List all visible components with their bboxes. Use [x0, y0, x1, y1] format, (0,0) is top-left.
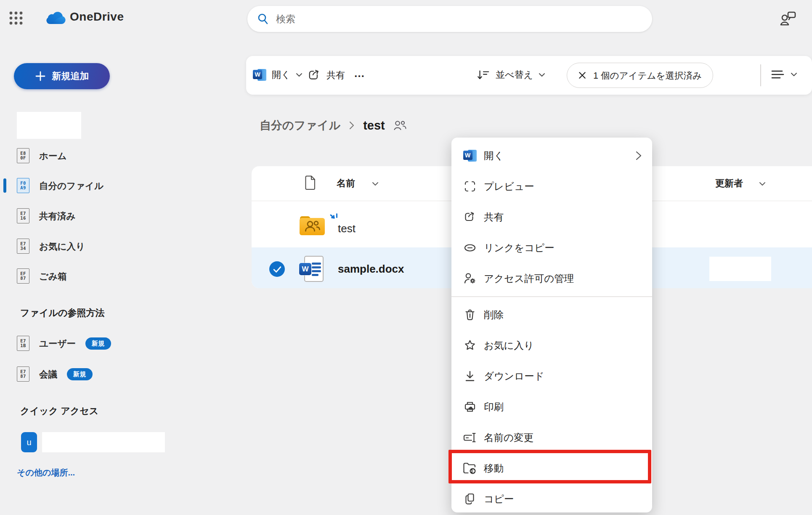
- menu-item-favorite[interactable]: お気に入り: [451, 330, 652, 361]
- sidebar-item-home[interactable]: E80F ホーム: [17, 147, 156, 164]
- my-files-glyph-icon: F0A9: [17, 178, 29, 193]
- chevron-down-icon: [372, 181, 379, 186]
- shared-folder-icon: [299, 215, 325, 236]
- more-places-link[interactable]: その他の場所...: [17, 467, 75, 478]
- sort-icon: [477, 69, 490, 81]
- word-icon: W: [463, 149, 477, 163]
- preview-icon: [463, 179, 477, 194]
- redacted-modified-by: [709, 257, 771, 281]
- word-icon: W: [253, 69, 267, 81]
- sort-button[interactable]: 並べ替え: [477, 69, 545, 81]
- word-document-icon: W: [299, 256, 325, 284]
- menu-item-copy-link[interactable]: リンクをコピー: [451, 232, 652, 263]
- person-feedback-icon: [778, 8, 799, 29]
- open-button[interactable]: W 開く: [253, 69, 303, 81]
- new-badge: 新規: [67, 368, 93, 380]
- shared-people-icon: [393, 120, 407, 131]
- share-label: 共有: [326, 69, 345, 82]
- add-new-button[interactable]: 新規追加: [14, 63, 110, 89]
- command-toolbar: W 開く 共有 … 並べ替: [246, 56, 812, 95]
- document-column-icon: [305, 175, 316, 190]
- search-placeholder: 検索: [276, 13, 295, 26]
- app-launcher-button[interactable]: [8, 10, 24, 26]
- quick-access-site-tile[interactable]: u: [21, 432, 37, 452]
- nav-selection-indicator: [3, 178, 6, 193]
- search-icon: [257, 13, 269, 25]
- move-to-folder-icon: [463, 461, 477, 475]
- sidebar-item-label: 会議: [39, 368, 57, 380]
- shared-glyph-icon: E716: [17, 208, 29, 223]
- share-icon: [308, 69, 321, 82]
- sort-label: 並べ替え: [496, 69, 533, 81]
- manage-access-icon: [463, 271, 477, 286]
- sidebar-item-label: お気に入り: [39, 240, 85, 252]
- sidebar-item-label: ごみ箱: [39, 270, 67, 282]
- sidebar-item-meetings[interactable]: E787 会議 新規: [17, 366, 156, 382]
- onedrive-cloud-icon: [45, 11, 66, 26]
- sidebar-item-label: 共有済み: [39, 210, 76, 222]
- menu-item-copy[interactable]: コピー: [451, 484, 652, 515]
- breadcrumb-chevron-icon: [349, 121, 355, 130]
- menu-item-open[interactable]: W 開く: [451, 140, 652, 171]
- column-header-name[interactable]: 名前: [337, 177, 355, 190]
- breadcrumb: 自分のファイル test: [260, 118, 407, 133]
- onedrive-logo: [45, 11, 66, 26]
- sidebar-item-label: 自分のファイル: [39, 180, 103, 192]
- app-title: OneDrive: [70, 10, 124, 24]
- sidebar-item-recycle-bin[interactable]: EF87 ごみ箱: [17, 268, 156, 284]
- dismiss-icon: [578, 71, 586, 80]
- menu-item-rename[interactable]: 名前の変更: [451, 422, 652, 453]
- search-input[interactable]: 検索: [247, 6, 652, 32]
- selected-check-icon[interactable]: [269, 261, 285, 277]
- browse-files-section-title: ファイルの参照方法: [20, 307, 105, 319]
- file-name: sample.docx: [338, 263, 404, 276]
- menu-item-preview[interactable]: プレビュー: [451, 171, 652, 202]
- link-icon: [463, 241, 477, 255]
- feedback-button[interactable]: [778, 8, 799, 29]
- more-commands-button[interactable]: …: [354, 67, 366, 80]
- sidebar-item-people[interactable]: E71B ユーザー 新規: [17, 335, 156, 352]
- print-icon: [463, 400, 477, 414]
- context-menu: W 開く プレビュー: [451, 138, 652, 512]
- sidebar-item-label: ホーム: [39, 150, 67, 162]
- home-glyph-icon: E80F: [17, 148, 29, 163]
- chevron-down-icon: [296, 72, 303, 77]
- quick-access-section-title: クイック アクセス: [20, 405, 98, 417]
- sidebar-item-label: ユーザー: [39, 337, 76, 350]
- menu-item-print[interactable]: 印刷: [451, 392, 652, 422]
- breadcrumb-current: test: [363, 119, 385, 133]
- sidebar-item-my-files[interactable]: F0A9 自分のファイル: [17, 177, 156, 194]
- chevron-down-icon: [791, 72, 797, 77]
- plus-icon: [35, 71, 46, 82]
- view-options-button[interactable]: [770, 69, 797, 80]
- menu-item-delete[interactable]: 削除: [451, 300, 652, 330]
- toolbar-divider: [760, 64, 761, 86]
- file-name: test: [338, 222, 356, 235]
- breadcrumb-parent[interactable]: 自分のファイル: [260, 118, 340, 133]
- menu-item-download[interactable]: ダウンロード: [451, 361, 652, 392]
- open-label: 開く: [272, 69, 291, 81]
- add-new-label: 新規追加: [52, 70, 89, 82]
- rename-icon: [463, 430, 477, 445]
- menu-item-move[interactable]: 移動: [451, 453, 652, 484]
- copy-icon: [463, 492, 477, 506]
- waffle-icon: [8, 10, 24, 26]
- column-header-modified-by[interactable]: 更新者: [715, 177, 743, 190]
- menu-item-manage-access[interactable]: アクセス許可の管理: [451, 263, 652, 294]
- selection-status-text: 1 個のアイテムを選択済み: [593, 69, 702, 82]
- sidebar-item-shared[interactable]: E716 共有済み: [17, 207, 156, 224]
- share-button[interactable]: 共有: [308, 69, 345, 82]
- chevron-right-icon: [635, 150, 642, 161]
- menu-item-share[interactable]: 共有: [451, 202, 652, 232]
- view-list-icon: [770, 69, 785, 80]
- meetings-glyph-icon: E787: [17, 366, 29, 382]
- download-icon: [463, 369, 477, 383]
- redacted-quick-access-name: [42, 432, 165, 452]
- onedrive-app: OneDrive 検索 新規追加 E80F ホーム: [0, 0, 812, 515]
- redacted-account-box: [17, 112, 81, 139]
- site-initial: u: [27, 438, 31, 447]
- selection-status-pill[interactable]: 1 個のアイテムを選択済み: [567, 63, 713, 88]
- chevron-down-icon: [759, 181, 766, 186]
- trash-icon: [463, 308, 477, 322]
- sidebar-item-favorites[interactable]: E734 お気に入り: [17, 238, 156, 255]
